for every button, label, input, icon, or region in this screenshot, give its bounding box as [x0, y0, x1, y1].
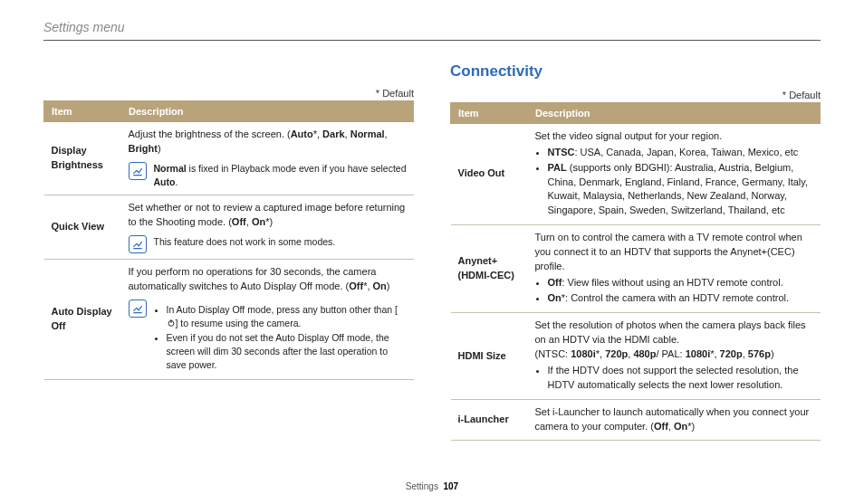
- col-item: Item: [44, 101, 121, 122]
- left-column: * Default Item Description Display Brigh…: [43, 62, 414, 441]
- default-note-right: * Default: [450, 90, 821, 100]
- breadcrumb: Settings menu: [43, 20, 821, 34]
- item-desc: Set i-Launcher to launch automatically w…: [528, 400, 821, 441]
- note-icon: [129, 300, 147, 318]
- note-icon: [129, 235, 147, 253]
- note: In Auto Display Off mode, press any butt…: [129, 300, 407, 373]
- item-label: HDMI Size: [451, 313, 528, 400]
- item-desc: Turn on to control the camera with a TV …: [528, 224, 821, 313]
- item-label: Quick View: [44, 195, 121, 260]
- row-display-brightness: Display Brightness Adjust the brightness…: [44, 122, 414, 195]
- default-note-left: * Default: [43, 88, 414, 99]
- row-hdmi-size: HDMI Size Set the resolution of photos w…: [451, 313, 821, 400]
- settings-table-right: Item Description Video Out Set the video…: [450, 102, 821, 441]
- row-anynet: Anynet+ (HDMI-CEC) Turn on to control th…: [451, 224, 821, 313]
- item-label: Auto Display Off: [44, 260, 121, 379]
- item-desc: Adjust the brightness of the screen. (Au…: [121, 122, 414, 195]
- col-desc: Description: [528, 103, 821, 124]
- power-icon: [167, 319, 176, 328]
- section-title: Connectivity: [450, 62, 821, 81]
- item-label: Video Out: [451, 124, 528, 225]
- item-desc: Set the video signal output for your reg…: [528, 124, 821, 225]
- item-desc: If you perform no operations for 30 seco…: [121, 260, 414, 379]
- page: Settings menu * Default Item Description…: [0, 0, 864, 450]
- row-video-out: Video Out Set the video signal output fo…: [451, 124, 821, 225]
- row-auto-display-off: Auto Display Off If you perform no opera…: [44, 260, 414, 379]
- note: This feature does not work in some modes…: [129, 235, 407, 253]
- row-ilauncher: i-Launcher Set i-Launcher to launch auto…: [451, 400, 821, 441]
- divider: [43, 40, 821, 41]
- note-icon: [129, 162, 147, 180]
- item-desc: Set the resolution of photos when the ca…: [528, 313, 821, 400]
- right-column: Connectivity * Default Item Description …: [450, 62, 821, 441]
- row-quick-view: Quick View Set whether or not to review …: [44, 195, 414, 260]
- settings-table-left: Item Description Display Brightness Adju…: [43, 100, 414, 380]
- item-desc: Set whether or not to review a captured …: [121, 195, 414, 260]
- item-label: Anynet+ (HDMI-CEC): [451, 224, 528, 313]
- content-columns: * Default Item Description Display Brigh…: [43, 62, 821, 441]
- note: Normal is fixed in Playback mode even if…: [129, 162, 407, 189]
- item-label: Display Brightness: [44, 122, 121, 195]
- col-desc: Description: [121, 101, 414, 122]
- col-item: Item: [451, 103, 528, 124]
- item-label: i-Launcher: [451, 400, 528, 441]
- page-footer: Settings 107: [0, 481, 864, 491]
